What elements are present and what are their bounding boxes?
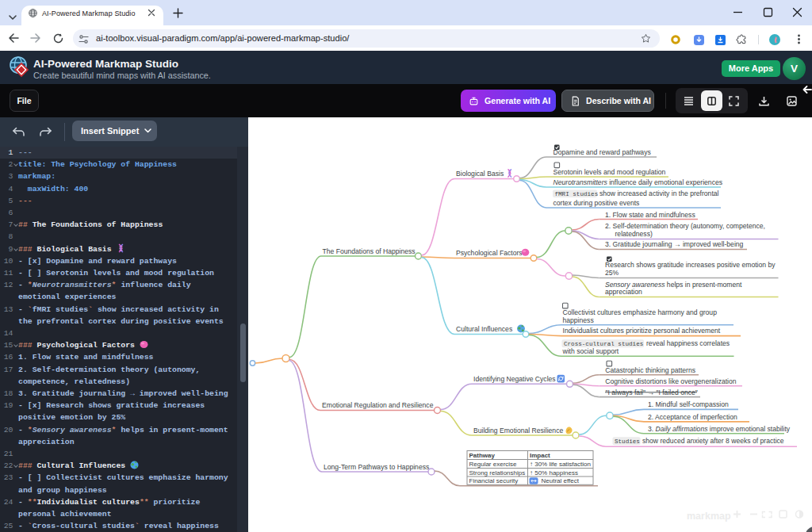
svg-text:Long-Term Pathways to Happines: Long-Term Pathways to Happiness — [324, 463, 429, 471]
svg-text:2. Acceptance of imperfection: 2. Acceptance of imperfection — [648, 413, 737, 421]
svg-text:Psychological Factors: Psychological Factors — [456, 249, 523, 257]
svg-text:Collectivist cultures emphasiz: Collectivist cultures emphasize harmony … — [563, 308, 718, 316]
svg-text:Neutral effect: Neutral effect — [542, 477, 580, 484]
svg-text:Emotional Regulation and Resil: Emotional Regulation and Resilience — [322, 401, 434, 409]
svg-text:↑ 30% life satisfaction: ↑ 30% life satisfaction — [530, 461, 591, 468]
svg-text:Dopamine and reward pathways: Dopamine and reward pathways — [553, 148, 651, 156]
svg-text:show increased activity in the: show increased activity in the prefronta… — [599, 189, 719, 197]
svg-text:happiness: happiness — [563, 316, 594, 324]
svg-text:3. Gratitude journaling → impr: 3. Gratitude journaling → improved well-… — [605, 240, 744, 248]
svg-text:markmap: markmap — [687, 511, 731, 522]
svg-text:Cognitive distortions like ove: Cognitive distortions like overgeneraliz… — [605, 377, 736, 385]
svg-text:1. Flow state and mindfulness: 1. Flow state and mindfulness — [605, 211, 695, 219]
svg-text:with social support: with social support — [562, 347, 619, 355]
svg-text:show reduced anxiety after 8 w: show reduced anxiety after 8 weeks of pr… — [642, 437, 784, 445]
svg-text:Neurotransmitters influence da: Neurotransmitters influence daily emotio… — [553, 178, 723, 186]
svg-text:Financial security: Financial security — [469, 477, 519, 484]
svg-text:2. Self-determination theory (: 2. Self-determination theory (autonomy, … — [605, 222, 765, 230]
svg-text:Serotonin levels and mood regu: Serotonin levels and mood regulation — [553, 168, 666, 176]
svg-text:Impact: Impact — [530, 452, 550, 459]
svg-text:3. Daily affirmations improve: 3. Daily affirmations improve emotional … — [648, 425, 791, 433]
svg-text:Studies: Studies — [615, 438, 640, 445]
svg-text:Cross-cultural studies: Cross-cultural studies — [564, 341, 643, 347]
svg-text:reveal happiness correlates: reveal happiness correlates — [646, 339, 730, 347]
svg-text:appreciation: appreciation — [605, 288, 642, 296]
svg-text:Research shows gratitude incre: Research shows gratitude increases posit… — [605, 261, 776, 269]
svg-text:Identifying Negative Cycles: Identifying Negative Cycles — [473, 375, 556, 383]
svg-text:Pathway: Pathway — [469, 452, 496, 459]
svg-text:Building Emotional Resilience: Building Emotional Resilience — [473, 427, 563, 434]
svg-text:Individualist cultures priorit: Individualist cultures prioritize person… — [563, 327, 721, 335]
svg-text:25%: 25% — [605, 269, 619, 277]
svg-text:Regular exercise: Regular exercise — [469, 461, 518, 468]
svg-text:The Foundations of Happiness: The Foundations of Happiness — [323, 247, 416, 255]
svg-text:↑ 50% happiness: ↑ 50% happiness — [530, 469, 578, 477]
svg-text:fMRI studies: fMRI studies — [555, 191, 599, 197]
svg-text:relatedness): relatedness) — [615, 230, 653, 238]
svg-text:Biological Basis: Biological Basis — [456, 170, 504, 178]
svg-text:Sensory awareness helps in pre: Sensory awareness helps in present-momen… — [605, 281, 742, 289]
svg-text:Strong relationships: Strong relationships — [469, 469, 526, 477]
svg-text:cortex during positive events: cortex during positive events — [553, 199, 640, 207]
svg-text:Cultural Influences: Cultural Influences — [456, 325, 512, 333]
svg-text:1. Mindful self-compassion: 1. Mindful self-compassion — [648, 400, 729, 408]
svg-text:Catastrophic thinking patterns: Catastrophic thinking patterns — [605, 366, 695, 374]
